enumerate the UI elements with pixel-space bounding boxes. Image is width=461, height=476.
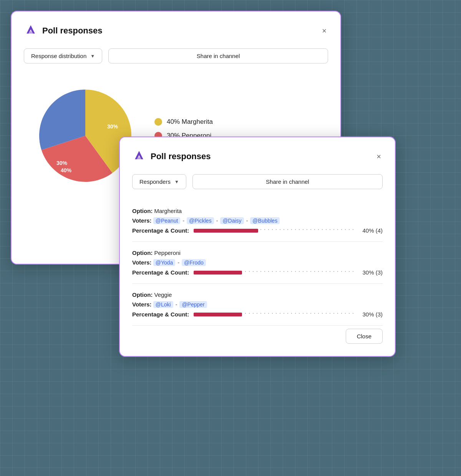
response-distribution-dropdown[interactable]: Response distribution ▼ <box>24 48 102 63</box>
modal-back-title-group: Poll responses <box>24 24 103 38</box>
modal-front-header: Poll responses × <box>132 150 383 163</box>
option-section-margherita: Option: Margherita Voters: @Peanut - @Pi… <box>132 200 383 242</box>
progress-fill-veggie <box>194 313 242 316</box>
app-logo-icon <box>24 24 38 38</box>
voter-tag-pepper: @Pepper <box>179 301 207 308</box>
app-logo-icon-front <box>132 150 146 163</box>
chevron-down-icon: ▼ <box>90 53 95 59</box>
option-label-veggie: Option: Veggie <box>132 291 383 298</box>
voter-tag-bubbles: @Bubbles <box>250 217 280 224</box>
voter-tag-loki: @Loki <box>153 301 173 308</box>
modal-back-toolbar: Response distribution ▼ Share in channel <box>24 48 328 63</box>
modal-front-close-button[interactable]: × <box>375 151 383 162</box>
modal-footer: Close <box>132 329 383 344</box>
legend-item-margherita: 40% Margherita <box>154 118 213 126</box>
voter-tag-pickles: @Pickles <box>187 217 214 224</box>
pie-label-veggie: 30% <box>107 123 118 130</box>
pie-label-pepperoni: 30% <box>56 160 68 166</box>
modal-front-toolbar: Responders ▼ Share in channel <box>132 174 383 189</box>
option-name-veggie: Veggie <box>154 291 172 298</box>
modal-front-title-group: Poll responses <box>132 150 211 163</box>
progress-bar-margherita <box>194 229 355 233</box>
close-footer-button[interactable]: Close <box>346 329 383 344</box>
voter-tag: @Peanut <box>153 217 181 224</box>
modal-back-close-button[interactable]: × <box>320 25 328 36</box>
voter-tag-daisy: @Daisy <box>220 217 244 224</box>
voter-tag-yoda: @Yoda <box>153 259 176 266</box>
modal-back-title: Poll responses <box>42 26 103 36</box>
pie-label-margherita: 40% <box>61 167 72 173</box>
option-label-pepperoni: Option: Pepperoni <box>132 250 383 256</box>
pct-value-margherita: 40% (4) <box>360 227 383 234</box>
chevron-down-icon-front: ▼ <box>174 179 179 185</box>
option-section-pepperoni: Option: Pepperoni Voters: @Yoda - @Frodo… <box>132 242 383 284</box>
pct-row-veggie: Percentage & Count: 30% (3) <box>132 311 383 318</box>
share-in-channel-button-front[interactable]: Share in channel <box>192 174 383 189</box>
voters-label-veggie: Voters: @Loki - @Pepper <box>132 301 383 308</box>
share-in-channel-button-back[interactable]: Share in channel <box>108 48 328 63</box>
option-name-margherita: Margherita <box>154 208 182 214</box>
voter-tag-frodo: @Frodo <box>182 259 206 266</box>
voters-label-margherita: Voters: @Peanut - @Pickles - @Daisy - @B… <box>132 217 383 224</box>
voters-label-pepperoni: Voters: @Yoda - @Frodo <box>132 259 383 266</box>
legend-dot-margherita <box>154 118 162 126</box>
progress-bar-pepperoni <box>194 271 355 275</box>
pct-row-pepperoni: Percentage & Count: 30% (3) <box>132 269 383 276</box>
progress-fill-margherita <box>194 229 258 233</box>
progress-fill-pepperoni <box>194 271 242 275</box>
responders-dropdown[interactable]: Responders ▼ <box>132 174 186 189</box>
poll-responses-modal-front: Poll responses × Responders ▼ Share in c… <box>119 136 396 357</box>
pct-row-margherita: Percentage & Count: 40% (4) <box>132 227 383 234</box>
legend-label-margherita: 40% Margherita <box>167 118 213 126</box>
modal-front-title: Poll responses <box>151 151 211 161</box>
modal-back-header: Poll responses × <box>24 24 328 38</box>
option-name-pepperoni: Pepperoni <box>154 250 181 256</box>
pct-value-veggie: 30% (3) <box>360 311 383 318</box>
option-label-margherita: Option: Margherita <box>132 208 383 214</box>
option-section-veggie: Option: Veggie Voters: @Loki - @Pepper P… <box>132 284 383 326</box>
progress-bar-veggie <box>194 313 355 316</box>
pct-value-pepperoni: 30% (3) <box>360 269 383 276</box>
